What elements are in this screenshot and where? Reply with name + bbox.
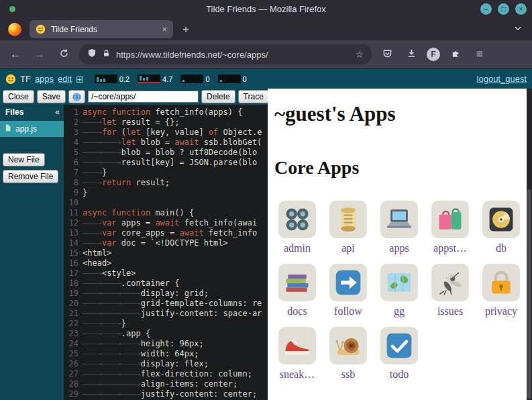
logout-link[interactable]: logout_guest [477, 74, 527, 84]
app-label: apps [389, 242, 409, 254]
window-close-button[interactable]: × [515, 3, 527, 15]
code-line: ———→———→let blob = await ssb.blobGet( [83, 138, 268, 148]
editor-toolbar: Close Save Delete Trace [0, 89, 268, 105]
new-file-button[interactable]: New File [3, 153, 45, 166]
lock-icon [482, 264, 520, 301]
line-number: 5 [64, 148, 78, 158]
app-item-gg[interactable]: gg [378, 259, 421, 322]
file-name: app.js [15, 124, 37, 134]
line-number: 10 [64, 198, 78, 208]
app-item-follow[interactable]: follow [327, 259, 370, 322]
code-line: ———→———→.app { [83, 329, 268, 339]
section-title: Core Apps [274, 157, 527, 179]
app-item-todo[interactable]: todo [378, 322, 421, 385]
minidisc-icon [482, 201, 520, 238]
trace-button[interactable]: Trace [238, 90, 269, 103]
app-item-privacy[interactable]: privacy [480, 259, 523, 322]
app-item-api[interactable]: api [327, 196, 370, 259]
tracking-shield-icon[interactable] [87, 48, 97, 60]
code-line: ———→———→.container { [83, 279, 268, 289]
window-titlebar: Tilde Friends — Mozilla Firefox – □ × [0, 0, 532, 18]
extensions-puzzle-button[interactable] [447, 48, 464, 61]
sneaker-icon [278, 327, 316, 364]
apps-grid-icon[interactable]: ⊞ [76, 74, 84, 85]
code-line: ———→———→blob = blob ? utf8Decode(blo [83, 148, 268, 158]
app-item-sneak[interactable]: sneak… [276, 322, 319, 385]
code-line: <html> [83, 248, 268, 258]
firefox-logo-icon [8, 23, 21, 36]
app-item-admin[interactable]: admin [276, 196, 319, 259]
edit-link[interactable]: edit [58, 74, 72, 84]
app-label: gg [394, 305, 405, 317]
window-maximize-button[interactable]: □ [498, 3, 509, 15]
app-label: follow [334, 305, 362, 317]
downloads-button[interactable] [403, 48, 420, 61]
close-button[interactable]: Close [3, 90, 34, 103]
line-number: 21 [64, 309, 78, 319]
code-line: ———→<style> [83, 268, 268, 279]
line-number: 4 [64, 138, 78, 148]
code-editor[interactable]: 1234567891011121314151617181920212223242… [64, 105, 268, 400]
apps-link[interactable]: apps [35, 74, 54, 84]
snail-icon [329, 327, 367, 364]
tf-brand-link[interactable]: TF [20, 74, 31, 84]
world-map-icon [380, 264, 418, 301]
save-button[interactable]: Save [37, 90, 66, 103]
path-input[interactable] [88, 91, 199, 103]
lock-icon[interactable] [102, 48, 111, 60]
tab-bar: Tilde Friends × + [0, 18, 532, 40]
window-controls: – □ × [480, 3, 527, 15]
stat-sparkline [138, 74, 160, 83]
stat-gauge: 4.7 [138, 74, 172, 83]
line-number: 11 [64, 208, 78, 218]
account-button[interactable]: F [427, 48, 440, 61]
app-label: admin [284, 242, 311, 254]
stat-value: 0 [205, 75, 209, 83]
bookmark-star-icon[interactable]: ☆ [355, 49, 364, 60]
stat-sparkline [180, 74, 203, 83]
app-label: api [341, 242, 355, 254]
line-number: 23 [64, 329, 78, 339]
line-number: 16 [64, 258, 78, 268]
back-button[interactable]: ← [7, 48, 24, 60]
app-item-ssb[interactable]: ssb [327, 322, 370, 385]
app-item-docs[interactable]: docs [276, 259, 319, 322]
code-line: ———→var core_apps = await fetch_info [83, 228, 268, 238]
collapse-files-button[interactable]: « [55, 107, 60, 117]
books-icon [278, 264, 316, 301]
file-item-appjs[interactable]: app.js [0, 121, 64, 137]
code-line: ———→———→———→width: 64px; [83, 349, 268, 359]
code-line: } [83, 188, 268, 198]
app-item-apps[interactable]: apps [378, 196, 421, 259]
globe-icon-button[interactable] [68, 90, 85, 103]
editor-pane: Close Save Delete Trace Files « app.js [0, 89, 268, 400]
tab-tilde-friends[interactable]: Tilde Friends × [30, 20, 173, 38]
code-line [83, 198, 268, 208]
url-bar[interactable]: https://www.tildefriends.net/~core/apps/… [79, 44, 372, 64]
app-grid: adminapiappsappst…dbdocsfollowggissuespr… [272, 196, 527, 385]
page-scrollbar[interactable] [527, 89, 532, 400]
window-minimize-button[interactable]: – [480, 3, 492, 15]
line-number: 29 [64, 389, 78, 399]
tabs-dropdown-chevron-icon[interactable] [513, 23, 523, 36]
line-number: 20 [64, 299, 78, 309]
tf-smiley-icon [5, 74, 16, 85]
reload-button[interactable] [55, 48, 72, 61]
menu-button[interactable]: ≡ [471, 48, 488, 61]
pocket-shield-button[interactable] [378, 48, 396, 61]
tab-close-icon[interactable]: × [162, 24, 167, 34]
app-item-issues[interactable]: issues [429, 259, 472, 322]
code-line: ———→for (let [key, value] of Object.e [83, 128, 268, 138]
code-line: ———→———→———→height: 96px; [83, 339, 268, 349]
line-number: 24 [64, 339, 78, 349]
forward-button[interactable]: → [31, 48, 48, 60]
app-item-appst[interactable]: appst… [429, 196, 472, 259]
scrollbar-thumb[interactable] [527, 189, 531, 399]
new-tab-button[interactable]: + [182, 23, 189, 36]
remove-file-button[interactable]: Remove File [3, 170, 58, 183]
line-numbers: 1234567891011121314151617181920212223242… [64, 107, 83, 400]
app-item-db[interactable]: db [480, 196, 523, 259]
stats: 0.24.700 [95, 74, 247, 83]
mosquito-icon [431, 264, 469, 301]
delete-button[interactable]: Delete [201, 90, 235, 103]
